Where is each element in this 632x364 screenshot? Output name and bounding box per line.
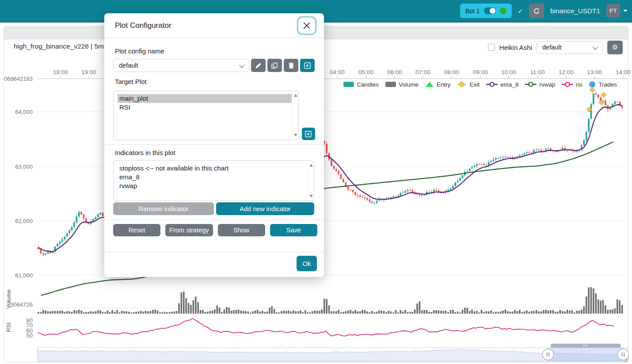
bot-online-indicator [500,8,506,14]
modal-title: Plot Configurator [115,21,171,30]
chart-legend: CandlesVolumeEntryExitema_8rvwaprsiTrade… [343,81,617,88]
gear-icon: ⚙ [612,43,618,51]
plot-config-select-value: default [542,44,562,51]
legend-label: ema_8 [500,81,518,88]
chevron-down-icon [239,63,244,68]
heikin-ashi-checkbox[interactable] [488,44,495,51]
trash-icon [288,62,294,69]
target-plot-label: Target Plot [115,78,315,85]
target-plot-option[interactable]: main_plot [118,94,292,103]
target-plot-listbox[interactable]: main_plotRSI [113,91,299,140]
indicators-listbox[interactable]: stoploss <-- not available in this chart… [113,160,314,201]
config-name-select-value: default [119,62,138,69]
edit-config-button[interactable] [251,59,266,72]
heikin-ashi-label: Heikin Ashi [499,44,532,51]
legend-marker [343,81,354,87]
save-button[interactable]: Save [270,224,317,236]
bot-name-label: Bot 1 [465,8,480,15]
refresh-icon [533,8,540,15]
copy-icon [271,62,278,69]
legend-item-rvwap[interactable]: rvwap [525,81,555,88]
remove-indicator-button[interactable]: Remove indicator [113,202,214,215]
chevron-down-icon [623,10,628,12]
pencil-icon [255,62,262,69]
legend-marker [385,81,396,87]
legend-marker [525,81,537,87]
chart-title: high_frog_binance_v226 | 5m [14,42,104,50]
legend-item-candles[interactable]: Candles [343,81,379,88]
indicators-label: Indicators in this plot [115,149,315,156]
close-icon [303,22,311,30]
scrollbar[interactable] [292,91,298,140]
reset-button[interactable]: Reset [113,224,160,236]
legend-label: Candles [357,81,379,88]
legend-item-rsi[interactable]: rsi [562,81,582,88]
legend-label: Trades [598,81,617,88]
user-menu[interactable]: FT [606,4,628,18]
bot-selector-badge[interactable]: Bot 1 [460,4,512,18]
plot-settings-button[interactable]: ⚙ [607,41,623,54]
legend-marker [589,81,596,88]
target-plot-option[interactable]: RSI [119,103,290,112]
check-icon: ✓ [518,8,523,15]
legend-label: Exit [469,81,480,88]
legend-label: rvwap [539,81,555,88]
indicator-option[interactable]: stoploss <-- not available in this chart [119,164,306,173]
scroll-up-icon[interactable] [294,94,297,97]
from-strategy-button[interactable]: From strategy [165,224,213,236]
config-name-select[interactable]: default [113,59,249,72]
legend-item-exit[interactable]: Exit [457,81,480,88]
plus-square-icon [305,131,312,137]
indicator-option[interactable]: ema_8 [119,173,306,182]
plot-configurator-modal: Plot Configurator Plot config name defau… [104,13,324,277]
legend-marker [425,81,434,87]
bot-enable-toggle[interactable] [484,8,496,14]
add-target-plot-button[interactable] [302,128,315,140]
indicator-option[interactable]: rvwap [119,182,306,190]
plus-square-icon [304,62,311,69]
legend-item-ema_8[interactable]: ema_8 [486,81,518,88]
ok-button[interactable]: Ok [297,256,317,271]
scroll-up-icon[interactable] [309,164,313,167]
config-name-label: Plot config name [115,47,315,55]
legend-marker [562,81,573,87]
legend-label: rsi [576,81,582,88]
legend-item-entry[interactable]: Entry [425,81,451,88]
legend-item-trades[interactable]: Trades [589,81,617,88]
refresh-button[interactable] [529,4,544,18]
scroll-down-icon[interactable] [309,195,313,197]
scrollbar[interactable] [307,161,314,201]
chevron-down-icon [593,45,598,49]
legend-marker [457,81,467,88]
avatar: FT [606,4,620,18]
add-new-indicator-button[interactable]: Add new indicator [216,202,314,215]
delete-config-button[interactable] [284,59,298,72]
legend-label: Entry [437,81,451,88]
show-button[interactable]: Show [218,224,265,236]
scroll-down-icon[interactable] [294,134,297,136]
modal-close-button[interactable] [298,18,315,34]
legend-marker [486,81,498,87]
duplicate-config-button[interactable] [267,59,282,72]
plot-config-select[interactable]: default [537,41,603,54]
add-config-button[interactable] [300,59,315,72]
legend-item-volume[interactable]: Volume [385,81,419,88]
legend-label: Volume [399,81,419,88]
active-pair-label: binance_USDT1 [550,7,600,15]
